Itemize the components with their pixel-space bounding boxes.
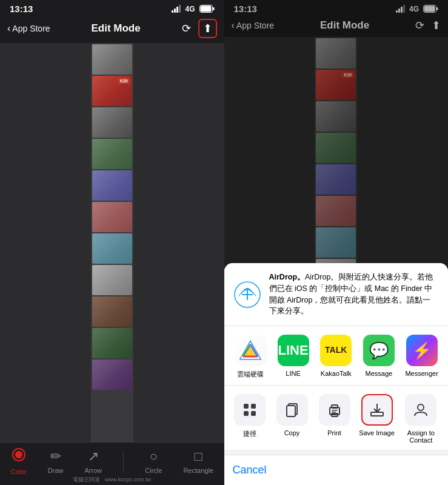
left-status-time: 13:13 (10, 4, 33, 14)
thumb-8 (92, 265, 132, 295)
app-label-messages: Message (366, 370, 393, 377)
apps-scroll: 雲端硬碟 LINE LINE TALK KakaoTalk (224, 335, 449, 379)
action-item-shortcut[interactable]: 捷徑 (232, 394, 268, 444)
toolbar-label-draw: Draw (48, 467, 64, 474)
svg-rect-2 (200, 6, 211, 12)
thumb-1 (92, 44, 132, 75)
shortcut-icon (234, 394, 266, 426)
apps-row: 雲端硬碟 LINE LINE TALK KakaoTalk (224, 326, 449, 386)
toolbar-item-color[interactable]: Color (11, 447, 27, 475)
toolbar-label-circle: Circle (145, 467, 162, 474)
share-icon-highlight-left[interactable]: ⬆ (198, 19, 217, 38)
toolbar-item-rectangle[interactable]: □ Rectangle (183, 449, 213, 474)
thumb-3 (92, 107, 132, 138)
line-icon: LINE (278, 335, 309, 366)
share-icon-left: ⬆ (203, 22, 212, 35)
network-label-left: 4G (185, 5, 195, 13)
svg-rect-1 (213, 7, 215, 10)
svg-rect-16 (251, 404, 256, 409)
actions-row: 捷徑 Copy (224, 386, 449, 450)
toolbar-divider (123, 452, 124, 471)
thumb-4 (92, 139, 132, 169)
svg-rect-17 (244, 411, 249, 416)
gdrive-icon (235, 335, 266, 366)
toolbar-label-arrow: Arrow (85, 467, 102, 474)
app-item-messages[interactable]: 💬 Message (361, 335, 397, 379)
actions-scroll: 捷徑 Copy (224, 394, 449, 444)
action-item-assign-contact[interactable]: Assign to Contact (401, 394, 441, 444)
app-item-messenger[interactable]: ⚡ Messenger (404, 335, 440, 379)
thumb-7 (92, 233, 132, 264)
thumb-9 (92, 296, 132, 327)
thumb-5 (92, 170, 132, 201)
svg-rect-18 (251, 411, 256, 416)
left-nav-bar: ‹ App Store Edit Mode ⟳ ⬆ (0, 16, 224, 43)
thumb-10 (92, 328, 132, 358)
svg-point-4 (15, 451, 22, 458)
toolbar-item-circle[interactable]: ○ Circle (145, 449, 162, 474)
refresh-icon-left[interactable]: ⟳ (182, 22, 191, 35)
thumb-6 (92, 202, 132, 232)
circle-icon: ○ (150, 449, 158, 464)
toolbar-item-draw[interactable]: ✏ Draw (48, 449, 64, 474)
kakao-icon: TALK (320, 335, 352, 366)
svg-rect-23 (332, 412, 336, 413)
battery-icon-left (199, 5, 215, 13)
action-label-print: Print (327, 429, 341, 436)
rectangle-icon: □ (195, 449, 202, 464)
share-sheet: AirDrop。AirDrop。與附近的人快速分享。若他們已在 iOS 的「控制… (224, 263, 449, 485)
action-label-save-image: Save Image (359, 429, 395, 436)
watermark-left: 電腦王阿達 www.kocpc.com.tw (73, 476, 151, 484)
color-icon (12, 447, 26, 466)
signal-bars-left (172, 5, 181, 13)
action-label-copy: Copy (284, 429, 300, 436)
left-nav-title: Edit Mode (91, 22, 140, 35)
action-item-copy[interactable]: Copy (274, 394, 310, 444)
svg-rect-24 (332, 405, 338, 408)
app-item-line[interactable]: LINE LINE (275, 335, 312, 379)
toolbar-items-left: Color ✏ Draw ↗ Arrow ○ Circle □ Rectangl… (0, 447, 224, 475)
action-label-assign-contact: Assign to Contact (401, 429, 441, 444)
app-label-messenger: Messenger (405, 370, 438, 377)
app-label-gdrive: 雲端硬碟 (237, 370, 264, 379)
messages-icon: 💬 (363, 335, 395, 366)
toolbar-label-rectangle: Rectangle (183, 467, 213, 474)
svg-rect-22 (332, 410, 338, 411)
app-label-kakao: KakaoTalk (321, 370, 352, 377)
cancel-label: Cancel (233, 464, 267, 476)
save-image-icon (361, 394, 393, 426)
share-sheet-overlay: AirDrop。AirDrop。與附近的人快速分享。若他們已在 iOS 的「控制… (224, 0, 449, 485)
messenger-icon: ⚡ (406, 335, 438, 366)
thumb-11 (92, 360, 132, 390)
airdrop-icon (234, 281, 261, 308)
arrow-icon: ↗ (88, 449, 99, 464)
toolbar-item-arrow[interactable]: ↗ Arrow (85, 449, 102, 474)
toolbar-label-color: Color (11, 468, 27, 475)
app-item-kakao[interactable]: TALK KakaoTalk (318, 335, 354, 379)
action-item-print[interactable]: Print (316, 394, 353, 444)
assign-contact-icon (405, 394, 436, 426)
action-label-shortcut: 捷徑 (243, 429, 256, 438)
left-status-bar: 13:13 4G (0, 0, 224, 16)
screenshot-strip-left: K20 (91, 43, 133, 442)
print-icon (319, 394, 350, 426)
watermark-right: 電腦王阿達 www.kocpc.com.tw (297, 476, 375, 484)
airdrop-row: AirDrop。AirDrop。與附近的人快速分享。若他們已在 iOS 的「控制… (224, 263, 449, 326)
right-phone-panel: 13:13 4G ‹ App Store Edit Mode ⟳ ⬆ (224, 0, 449, 485)
left-back-label: App Store (12, 24, 50, 33)
action-item-save-image[interactable]: Save Image (359, 394, 395, 444)
svg-rect-20 (287, 406, 295, 416)
app-item-gdrive[interactable]: 雲端硬碟 (232, 335, 269, 379)
left-phone-panel: 13:13 4G ‹ App Store Edit Mode ⟳ (0, 0, 224, 485)
left-status-icons: 4G (172, 5, 214, 13)
left-nav-back[interactable]: ‹ App Store (7, 23, 50, 34)
svg-rect-15 (244, 404, 249, 409)
app-label-line: LINE (286, 370, 300, 377)
svg-point-28 (418, 404, 424, 410)
thumb-2: K20 (92, 76, 132, 106)
copy-icon (276, 394, 308, 426)
airdrop-description: AirDrop。AirDrop。與附近的人快速分享。若他們已在 iOS 的「控制… (269, 272, 439, 317)
draw-icon: ✏ (50, 449, 61, 464)
left-content-area: K20 (0, 43, 224, 442)
left-nav-actions: ⟳ ⬆ (182, 19, 217, 38)
